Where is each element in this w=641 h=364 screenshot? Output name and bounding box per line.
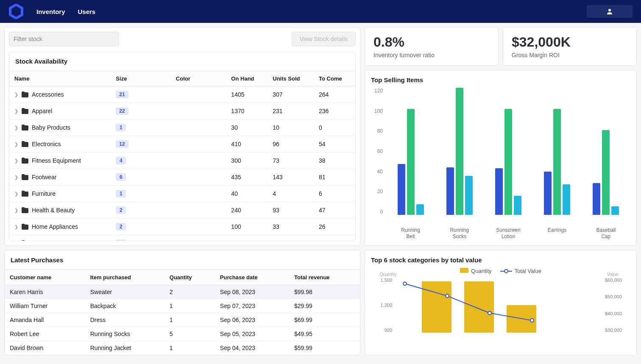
col-to-come[interactable]: To Come [314, 71, 355, 86]
col-name[interactable]: Name [9, 71, 111, 86]
stock-table: Name Size Color On Hand Units Sold To Co… [9, 71, 355, 241]
customer-name: Robert Lee [5, 327, 85, 341]
bar-group [484, 88, 532, 215]
bar [446, 167, 454, 215]
category-name: Home Appliances [32, 223, 78, 230]
top-selling-x-labels: RunningBeltRunningSocksSunscreenLotionEa… [386, 227, 630, 239]
combo-line [396, 278, 601, 333]
table-row[interactable]: ❯Baby Products130100 [9, 119, 355, 136]
filter-stock-input[interactable] [9, 32, 119, 46]
table-row[interactable]: ❯Apparel221370231236 [9, 103, 355, 119]
col-customer[interactable]: Customer name [5, 270, 85, 285]
top6-card: Top 6 stock categories by total value Qu… [365, 250, 637, 356]
on-hand-value: 40 [226, 186, 268, 202]
navbar: Inventory Users [0, 0, 641, 23]
to-come-value: 6 [314, 186, 355, 202]
bar [398, 164, 405, 215]
units-sold-value: 73 [268, 153, 314, 169]
x-label: RunningSocks [435, 227, 484, 239]
units-sold-value: 231 [268, 103, 314, 119]
count-badge: 4 [116, 157, 126, 164]
to-come-value: 47 [314, 202, 355, 219]
folder-icon [22, 191, 28, 197]
units-sold-value: 307 [268, 86, 314, 103]
bar [553, 109, 561, 215]
user-icon [606, 8, 613, 15]
col-revenue[interactable]: Total revenue [289, 270, 360, 285]
line-legend-icon [500, 269, 512, 274]
revenue-value: $69.99 [289, 313, 360, 327]
top6-plot [396, 278, 601, 333]
units-sold-value: 96 [268, 136, 314, 153]
revenue-value: $49.95 [289, 327, 360, 341]
bar [563, 184, 570, 215]
units-sold-value: 10 [268, 119, 314, 136]
col-date[interactable]: Purchase date [215, 270, 289, 285]
folder-icon [22, 141, 28, 147]
table-row[interactable]: David BrownRunning Jacket1Sep 04, 2023$5… [5, 341, 360, 355]
table-row[interactable]: ❯Home Goods42003646 [9, 235, 355, 241]
nav-users[interactable]: Users [78, 8, 96, 15]
to-come-value: 264 [314, 86, 355, 103]
folder-icon [22, 224, 28, 230]
bar [456, 88, 463, 215]
latest-purchases-card: Latest Purchases Customer name Item purc… [4, 250, 360, 356]
category-name: Accessories [32, 91, 64, 98]
units-sold-value: 93 [268, 202, 314, 219]
bar [407, 109, 415, 215]
top6-chart: Quantity Value 1,5001,200900 $60,000$50,… [371, 278, 630, 333]
bar-group [386, 88, 435, 215]
table-row[interactable]: Robert LeeRunning Socks5Sep 05, 2023$49.… [5, 327, 360, 341]
qty-value: 1 [164, 299, 215, 313]
table-row[interactable]: William TurnerBackpack1Sep 07, 2023$29.9… [5, 299, 360, 313]
table-row[interactable]: ❯Footwear643514381 [9, 169, 355, 186]
bar-group [435, 88, 484, 215]
category-name: Health & Beauty [32, 207, 75, 214]
kpi-roi-value: $32,000K [512, 34, 628, 50]
table-row[interactable]: ❯Furniture14046 [9, 186, 355, 202]
kpi-turnover-label: Inventory turnover ratio [373, 52, 490, 58]
chevron-right-icon: ❯ [14, 224, 18, 230]
svg-point-5 [446, 294, 449, 297]
folder-icon [22, 158, 28, 164]
category-name: Home Goods [32, 240, 67, 241]
table-row[interactable]: ❯Home Appliances21003326 [9, 219, 355, 235]
col-qty[interactable]: Quantity [164, 270, 215, 285]
item-name: Backpack [85, 299, 164, 313]
view-stock-details-button[interactable]: View Stock details [292, 32, 356, 46]
nav-inventory[interactable]: Inventory [36, 8, 65, 15]
folder-icon [22, 174, 28, 180]
col-item[interactable]: Item purchased [85, 270, 164, 285]
chevron-right-icon: ❯ [14, 92, 18, 97]
on-hand-value: 100 [226, 219, 268, 235]
table-row[interactable]: ❯Fitness Equipment43007338 [9, 153, 355, 169]
table-row[interactable]: Amanda HallDress1Sep 06, 2023$69.99 [5, 313, 360, 327]
stock-table-scroll[interactable]: Name Size Color On Hand Units Sold To Co… [9, 71, 355, 241]
col-size[interactable]: Size [111, 71, 170, 86]
table-row[interactable]: ❯Electronics124109654 [9, 136, 355, 153]
item-name: Sweater [85, 285, 164, 299]
date-value: Sep 04, 2023 [215, 341, 289, 355]
table-row[interactable]: Karen HarrisSweater2Sep 08, 2023$99.98 [5, 285, 360, 299]
chevron-right-icon: ❯ [14, 142, 18, 147]
to-come-value: 38 [314, 153, 355, 169]
to-come-value: 0 [314, 119, 355, 136]
app-logo-icon [8, 4, 24, 19]
bar-group [582, 88, 630, 215]
user-menu-button[interactable] [587, 5, 633, 18]
folder-icon [22, 108, 28, 114]
col-color[interactable]: Color [171, 71, 226, 86]
bar [495, 168, 503, 215]
svg-point-3 [504, 270, 508, 273]
on-hand-value: 1405 [226, 86, 268, 103]
col-units-sold[interactable]: Units Sold [268, 71, 314, 86]
table-row[interactable]: ❯Health & Beauty22409347 [9, 202, 355, 219]
col-on-hand[interactable]: On Hand [226, 71, 268, 86]
table-row[interactable]: ❯Accessories211405307264 [9, 86, 355, 103]
bar [504, 109, 512, 215]
chevron-right-icon: ❯ [14, 125, 18, 131]
to-come-value: 26 [314, 219, 355, 235]
item-name: Running Jacket [85, 341, 164, 355]
qty-value: 1 [164, 341, 215, 355]
on-hand-value: 240 [226, 202, 268, 219]
